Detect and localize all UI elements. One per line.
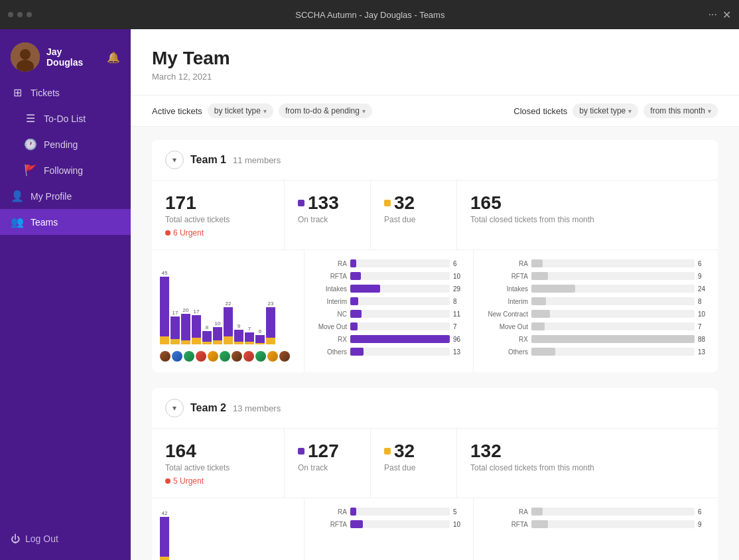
sidebar: Jay Douglas 🔔 ⊞ Tickets ☰ To-Do List 🕐 P… [0,29,131,560]
hbar-ra: RA 6 [312,259,465,267]
team2-stats-row: 164 Total active tickets 5 Urgent 127 On… [152,429,718,498]
team1-pastdue-card: 32 Past due [371,180,457,249]
team2-active-label: Total active tickets [165,463,271,472]
closed-from-caret: ▾ [708,107,711,115]
purple-dot [298,200,304,206]
user-name: Jay Douglas [46,46,100,68]
yellow-dot [384,200,391,206]
bar-3: 20 [181,307,190,344]
avatar-mini-9 [255,351,266,362]
hbar-rx: RX 96 [312,335,465,343]
team2-bar-chart: 42 [152,498,304,560]
todo-icon: ☰ [24,112,37,125]
profile-icon: 👤 [11,190,24,202]
avatar-mini-7 [232,351,242,362]
browser-dot-3 [27,12,32,17]
closed-from-dropdown[interactable]: from this month ▾ [643,104,718,118]
bar-5: 8 [202,324,212,344]
closed-by-type-dropdown[interactable]: by ticket type ▾ [572,104,638,118]
page-header: My Team March 12, 2021 [131,29,739,96]
team2-section: ▾ Team 2 13 members 164 Total active tic… [152,388,718,560]
browser-dot-1 [8,12,13,17]
sidebar-item-pending[interactable]: 🕐 Pending [0,131,131,157]
browser-more-btn[interactable]: ··· [708,9,717,21]
team2-collapse-btn[interactable]: ▾ [165,399,184,417]
sidebar-item-profile[interactable]: 👤 My Profile [0,183,131,209]
team2-closed-card: 132 Total closed tickets from this month [457,429,718,498]
team2-pastdue-indicator: 32 [384,441,443,462]
closed-hbar-moveout: Move Out 7 [482,322,710,330]
team1-stats-row: 171 Total active tickets 6 Urgent 133 [152,180,718,250]
team1-urgent-count: 6 Urgent [173,228,204,238]
team2-pastdue-label: Past due [384,463,443,472]
svg-point-1 [20,49,31,60]
closed-from-label: from this month [650,106,705,115]
bar-9: 7 [245,326,254,344]
t2-closed-hbar-ra: RA 6 [482,508,710,516]
t2-closed-hbar-rfta: RFTA 9 [482,520,710,528]
hbar-nc: NC 11 [312,310,465,318]
avatar-mini-1 [160,351,170,362]
team1-ontrack-num: 133 [308,192,339,214]
tickets-icon: ⊞ [11,86,24,99]
team2-total-active: 164 [165,441,271,462]
t2-bar-1: 42 [160,510,169,560]
page-date: March 12, 2021 [152,72,718,82]
hbar-moveout: Move Out 7 [312,322,465,330]
browser-dot-2 [17,12,23,17]
filter-bar: Active tickets by ticket type ▾ from to-… [131,96,739,127]
team2-closed-hbars: RA 6 RFTA 9 [482,508,710,528]
page-title: My Team [152,48,718,69]
avatar-mini-3 [184,351,194,362]
avatar-mini-4 [196,351,206,362]
browser-controls[interactable]: ··· ✕ [708,9,731,21]
logout-button[interactable]: ⏻ Log Out [11,528,120,549]
sidebar-item-tickets-label: Tickets [31,88,60,98]
sidebar-item-todo-label: To-Do List [44,113,86,124]
team1-collapse-btn[interactable]: ▾ [165,151,184,169]
team2-urgent-badge: 5 Urgent [165,476,271,486]
sidebar-item-todo[interactable]: ☰ To-Do List [0,105,131,131]
team2-pastdue-card: 32 Past due [371,429,457,498]
bell-icon[interactable]: 🔔 [107,51,120,64]
closed-tickets-label: Closed tickets [513,106,567,116]
sidebar-item-profile-label: My Profile [31,191,72,202]
by-type-label: by ticket type [214,106,261,115]
sidebar-item-teams-label: Teams [31,217,58,228]
avatar-mini-8 [243,351,254,362]
team1-pastdue-label: Past due [384,215,443,224]
logout-label: Log Out [25,533,58,544]
by-type-dropdown[interactable]: by ticket type ▾ [208,104,273,118]
bar-6: 10 [213,320,222,344]
team1-closed-label: Total closed tickets from this month [470,215,705,224]
sidebar-item-tickets[interactable]: ⊞ Tickets [0,80,131,105]
team2-name: Team 2 [190,402,226,414]
avatar-mini-2 [172,351,182,362]
hbar-intakes: Intakes 29 [312,285,465,293]
t2-hbar-ra: RA 5 [312,508,465,516]
sidebar-item-teams[interactable]: 👥 Teams [0,209,131,235]
team1-hbars: RA 6 RFTA [312,259,465,356]
browser-close-btn[interactable]: ✕ [722,9,731,21]
avatar-mini-10 [267,351,278,362]
browser-dots [8,12,32,17]
browser-chrome: SCCHA Autumn - Jay Douglas - Teams ··· ✕ [0,0,739,29]
closed-by-type-caret: ▾ [628,107,632,115]
team2-ontrack-num: 127 [308,441,339,462]
sidebar-user: Jay Douglas 🔔 [0,29,131,80]
sidebar-nav: ⊞ Tickets ☰ To-Do List 🕐 Pending 🚩 Follo… [0,80,131,518]
team1-closed-num: 165 [470,192,705,214]
avatar-mini-6 [220,351,230,362]
team2-urgent-count: 5 Urgent [173,476,204,486]
team2-bars: 42 [160,509,296,560]
from-dropdown[interactable]: from to-do & pending ▾ [279,104,372,118]
sidebar-item-following[interactable]: 🚩 Following [0,157,131,183]
team2-ontrack-card: 127 On track [285,429,371,498]
team1-active-label: Total active tickets [165,215,271,224]
team1-closed-hbars: RA 6 RFTA [482,259,710,356]
pending-icon: 🕐 [24,138,37,151]
sidebar-item-pending-label: Pending [44,139,78,150]
teams-container: ▾ Team 1 11 members 171 Total active tic… [131,127,739,560]
closed-hbar-rfta: RFTA 9 [482,272,710,280]
team2-members: 13 members [233,403,281,413]
